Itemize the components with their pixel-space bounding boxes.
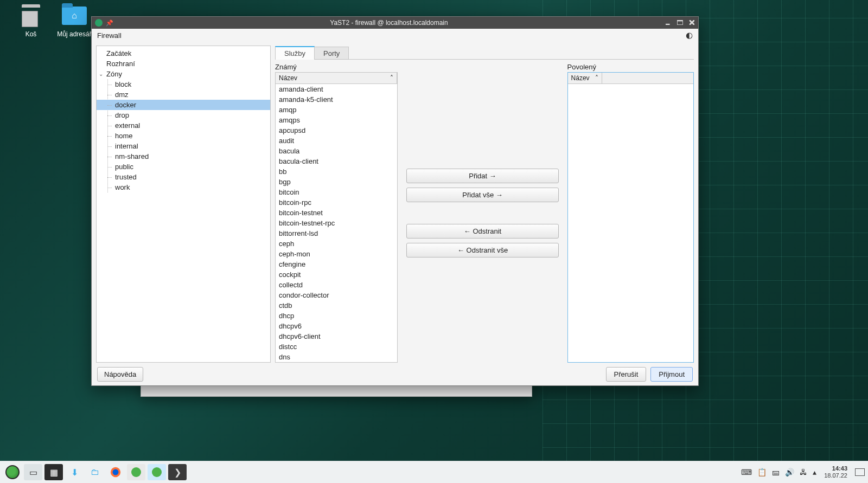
keyboard-layout-icon[interactable]: ⌨ bbox=[741, 468, 752, 476]
system-tray: ⌨ 📋 🖴 🔊 🖧 ▴ 14:43 18.07.22 bbox=[741, 465, 865, 479]
list-item[interactable]: apcupsd bbox=[276, 125, 397, 136]
list-item[interactable]: audit bbox=[276, 136, 397, 146]
task-activities[interactable]: ▦ bbox=[44, 464, 63, 480]
tree-zone-docker[interactable]: docker bbox=[97, 100, 270, 110]
list-item[interactable]: bacula-client bbox=[276, 156, 397, 166]
tab-ports[interactable]: Porty bbox=[314, 47, 349, 60]
tray-expand-icon[interactable]: ▴ bbox=[813, 468, 816, 476]
desktop-icon-trash[interactable]: Koš bbox=[9, 3, 53, 38]
known-header-name[interactable]: Název ˄ bbox=[276, 73, 397, 83]
list-item[interactable]: amanda-client bbox=[276, 84, 397, 94]
list-item[interactable]: dns bbox=[276, 352, 397, 362]
tree-zone-nm-shared[interactable]: nm-shared bbox=[97, 151, 270, 162]
module-header: Firewall ◐ bbox=[92, 29, 698, 42]
tree-zone-public[interactable]: public bbox=[97, 162, 270, 172]
svg-point-1 bbox=[113, 469, 119, 475]
close-button[interactable]: 🗙 bbox=[688, 19, 695, 27]
add-button[interactable]: Přidat → bbox=[406, 169, 558, 183]
task-discover[interactable]: ⬇ bbox=[65, 464, 84, 480]
known-services-list[interactable]: Název ˄ amanda-clientamanda-k5-clientamq… bbox=[275, 72, 398, 363]
app-icon bbox=[95, 19, 103, 27]
clock[interactable]: 14:43 18.07.22 bbox=[822, 465, 850, 479]
minimize-button[interactable]: 🗕 bbox=[665, 19, 671, 27]
task-firefox[interactable] bbox=[106, 464, 125, 480]
list-item[interactable]: cockpit bbox=[276, 269, 397, 280]
usb-icon[interactable]: 🖴 bbox=[772, 468, 780, 476]
module-label: Firewall bbox=[97, 31, 122, 40]
yast-firewall-window: 📌 YaST2 - firewall @ localhost.localdoma… bbox=[91, 16, 699, 386]
zone-detail-panel: Služby Porty Známý Název ˄ bbox=[275, 46, 694, 363]
list-item[interactable]: bb bbox=[276, 166, 397, 177]
sort-asc-icon: ˄ bbox=[595, 74, 598, 82]
tree-item-zones[interactable]: ⌄ Zóny bbox=[97, 69, 270, 79]
opensuse-logo-icon bbox=[5, 465, 20, 479]
clipboard-icon[interactable]: 📋 bbox=[757, 468, 767, 476]
list-item[interactable]: amqps bbox=[276, 115, 397, 125]
dark-mode-toggle-icon[interactable]: ◐ bbox=[686, 30, 693, 40]
list-item[interactable]: bitcoin-testnet bbox=[276, 208, 397, 218]
list-item[interactable]: ceph bbox=[276, 239, 397, 249]
help-button[interactable]: Nápověda bbox=[97, 367, 143, 382]
window-titlebar[interactable]: 📌 YaST2 - firewall @ localhost.localdoma… bbox=[92, 17, 698, 29]
volume-icon[interactable]: 🔊 bbox=[785, 468, 794, 476]
list-item[interactable]: distcc bbox=[276, 342, 397, 352]
allowed-header-name[interactable]: Název ˄ bbox=[568, 73, 602, 83]
transfer-buttons: Přidat → Přidat vše → ← Odstranit ← Odst… bbox=[404, 63, 560, 363]
list-item[interactable]: dhcpv6-client bbox=[276, 331, 397, 342]
task-files[interactable]: 🗀 bbox=[86, 464, 104, 480]
tree-zone-trusted[interactable]: trusted bbox=[97, 172, 270, 182]
chevron-down-icon[interactable]: ⌄ bbox=[99, 69, 103, 79]
tree-zone-internal[interactable]: internal bbox=[97, 141, 270, 151]
accept-button[interactable]: Přijmout bbox=[650, 367, 693, 382]
tab-services[interactable]: Služby bbox=[275, 46, 315, 60]
show-desktop-button[interactable] bbox=[855, 468, 865, 476]
task-yast-firewall[interactable] bbox=[148, 464, 166, 480]
list-item[interactable]: bgp bbox=[276, 177, 397, 187]
list-item[interactable]: collectd bbox=[276, 280, 397, 290]
tree-zone-external[interactable]: external bbox=[97, 120, 270, 131]
firefox-icon bbox=[110, 466, 122, 478]
desktop-icon-home[interactable]: ⌂ Můj adresář bbox=[52, 3, 97, 38]
allowed-services-list[interactable]: Název ˄ bbox=[567, 72, 694, 363]
task-desktop[interactable]: ▭ bbox=[24, 464, 42, 480]
navigation-tree[interactable]: Začátek Rozhraní ⌄ Zóny block dmz docker… bbox=[96, 46, 271, 363]
list-item[interactable]: bittorrent-lsd bbox=[276, 228, 397, 239]
list-item[interactable]: cfengine bbox=[276, 259, 397, 269]
tree-zone-work[interactable]: work bbox=[97, 182, 270, 192]
network-icon[interactable]: 🖧 bbox=[800, 468, 807, 476]
tree-zone-drop[interactable]: drop bbox=[97, 110, 270, 120]
desktop-icon-label: Můj adresář bbox=[52, 30, 97, 38]
list-item[interactable]: ceph-mon bbox=[276, 249, 397, 259]
tabs: Služby Porty bbox=[275, 46, 694, 60]
remove-all-button[interactable]: ← Odstranit vše bbox=[406, 243, 558, 257]
tree-item-start[interactable]: Začátek bbox=[97, 48, 270, 59]
tree-zone-home[interactable]: home bbox=[97, 131, 270, 141]
add-all-button[interactable]: Přidat vše → bbox=[406, 188, 558, 202]
list-item[interactable]: dhcpv6 bbox=[276, 321, 397, 331]
known-label: Známý bbox=[275, 63, 398, 71]
app-launcher[interactable] bbox=[3, 464, 22, 480]
home-folder-icon: ⌂ bbox=[62, 3, 87, 28]
tree-item-interfaces[interactable]: Rozhraní bbox=[97, 59, 270, 69]
sort-asc-icon: ˄ bbox=[390, 74, 393, 82]
desktop-icon-label: Koš bbox=[9, 30, 53, 38]
list-item[interactable]: bacula bbox=[276, 146, 397, 156]
list-item[interactable]: ctdb bbox=[276, 300, 397, 311]
remove-button[interactable]: ← Odstranit bbox=[406, 224, 558, 239]
list-item[interactable]: bitcoin-testnet-rpc bbox=[276, 218, 397, 228]
task-yast-bg[interactable] bbox=[127, 464, 145, 480]
task-terminal[interactable]: ❯ bbox=[168, 464, 187, 480]
taskbar: ▭ ▦ ⬇ 🗀 ❯ ⌨ 📋 🖴 🔊 🖧 ▴ 14:43 18.07.22 bbox=[0, 461, 868, 483]
list-item[interactable]: condor-collector bbox=[276, 290, 397, 300]
pin-icon[interactable]: 📌 bbox=[106, 20, 113, 27]
trash-icon bbox=[18, 3, 43, 28]
abort-button[interactable]: Přerušit bbox=[606, 367, 647, 382]
tree-zone-dmz[interactable]: dmz bbox=[97, 89, 270, 100]
list-item[interactable]: amanda-k5-client bbox=[276, 94, 397, 105]
maximize-button[interactable]: 🗖 bbox=[676, 19, 683, 27]
list-item[interactable]: bitcoin-rpc bbox=[276, 197, 397, 208]
list-item[interactable]: bitcoin bbox=[276, 187, 397, 197]
tree-zone-block[interactable]: block bbox=[97, 79, 270, 89]
list-item[interactable]: amqp bbox=[276, 105, 397, 115]
list-item[interactable]: dhcp bbox=[276, 311, 397, 321]
